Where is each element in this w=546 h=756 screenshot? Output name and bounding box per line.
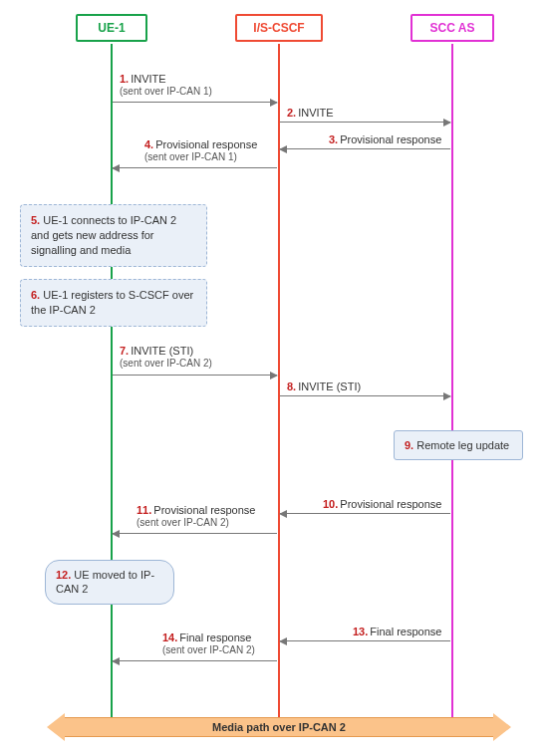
msg-3-arrow [280, 148, 450, 149]
msg-2-arrow [280, 122, 450, 123]
msg-14-arrow [113, 660, 277, 661]
msg-1-arrow [113, 102, 277, 103]
msg-8-arrow [280, 395, 450, 396]
msg-1-label: 1.INVITE (sent over IP-CAN 1) [120, 73, 212, 97]
msg-14-label: 14.Final response (sent over IP-CAN 2) [162, 631, 255, 655]
note-12-ue-moved: 12. UE moved to IP-CAN 2 [45, 560, 174, 605]
actor-ue1: UE-1 [76, 14, 147, 42]
note-9-remote-leg-update: 9. Remote leg update [394, 430, 523, 460]
msg-8-label: 8.INVITE (STI) [287, 380, 361, 392]
msg-10-arrow [280, 513, 450, 514]
note-5-ip-can2-connect: 5. UE-1 connects to IP-CAN 2 and gets ne… [20, 204, 207, 267]
media-path-arrow: Media path over IP-CAN 2 [65, 717, 493, 737]
msg-2-label: 2.INVITE [287, 107, 334, 119]
actor-scc-as: SCC AS [410, 14, 494, 42]
msg-11-arrow [113, 533, 277, 534]
msg-10-label: 10.Provisional response [323, 498, 441, 510]
msg-11-label: 11.Provisional response (sent over IP-CA… [136, 504, 255, 528]
note-6-register-s-cscf: 6. UE-1 registers to S-CSCF over the IP-… [20, 279, 207, 327]
msg-3-label: 3.Provisional response [329, 133, 441, 145]
msg-13-label: 13.Final response [353, 626, 441, 637]
msg-7-label: 7.INVITE (STI) (sent over IP-CAN 2) [120, 345, 212, 369]
msg-13-arrow [280, 640, 450, 641]
actor-is-cscf: I/S-CSCF [235, 14, 323, 42]
msg-4-arrow [113, 167, 277, 168]
msg-7-arrow [113, 375, 277, 376]
msg-4-label: 4.Provisional response (sent over IP-CAN… [144, 138, 257, 162]
sequence-diagram: UE-1 I/S-CSCF SCC AS 1.INVITE (sent over… [0, 0, 546, 756]
